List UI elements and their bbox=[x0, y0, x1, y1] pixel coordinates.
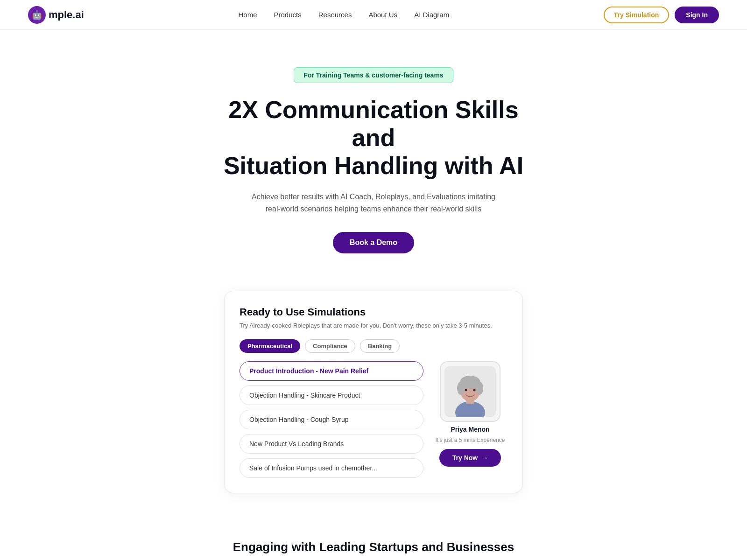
logo-text: mple.ai bbox=[49, 9, 84, 21]
sim-experience-text: It's just a 5 mins Experience bbox=[435, 437, 505, 443]
hero-section: For Training Teams & customer-facing tea… bbox=[0, 30, 747, 272]
book-demo-button[interactable]: Book a Demo bbox=[333, 232, 414, 253]
try-simulation-button[interactable]: Try Simulation bbox=[604, 7, 669, 23]
nav-products[interactable]: Products bbox=[274, 11, 302, 19]
nav-about[interactable]: About Us bbox=[368, 11, 397, 19]
hero-title: 2X Communication Skills and Situation Ha… bbox=[210, 96, 537, 180]
hero-badge: For Training Teams & customer-facing tea… bbox=[294, 67, 453, 83]
sim-content: Product Introduction - New Pain Relief O… bbox=[240, 361, 507, 478]
simulation-section: Ready to Use Simulations Try Already-coo… bbox=[0, 272, 747, 522]
sim-card-title: Ready to Use Simulations bbox=[240, 306, 507, 318]
nav-home[interactable]: Home bbox=[239, 11, 257, 19]
hero-subtitle: Achieve better results with AI Coach, Ro… bbox=[247, 191, 500, 215]
sim-item-4[interactable]: Sale of Infusion Pumps used in chemother… bbox=[240, 458, 423, 478]
nav-actions: Try Simulation Sign In bbox=[604, 7, 719, 23]
svg-point-8 bbox=[473, 389, 476, 392]
tab-pharmaceutical[interactable]: Pharmaceutical bbox=[240, 339, 300, 353]
sim-item-3[interactable]: New Product Vs Leading Brands bbox=[240, 434, 423, 454]
avatar-svg bbox=[444, 366, 496, 417]
svg-point-5 bbox=[457, 382, 465, 395]
svg-point-6 bbox=[476, 382, 483, 395]
sim-profile-name: Priya Menon bbox=[451, 426, 489, 433]
arrow-icon: → bbox=[481, 454, 488, 462]
engaging-section: Engaging with Leading Startups and Busin… bbox=[0, 521, 747, 560]
sim-item-2[interactable]: Objection Handling - Cough Syrup bbox=[240, 410, 423, 429]
sign-in-button[interactable]: Sign In bbox=[675, 7, 719, 23]
sim-list: Product Introduction - New Pain Relief O… bbox=[240, 361, 423, 478]
sim-item-1[interactable]: Objection Handling - Skincare Product bbox=[240, 385, 423, 405]
tab-banking[interactable]: Banking bbox=[360, 339, 400, 353]
nav-resources[interactable]: Resources bbox=[318, 11, 352, 19]
tab-compliance[interactable]: Compliance bbox=[305, 339, 355, 353]
svg-point-7 bbox=[465, 389, 467, 392]
simulation-card: Ready to Use Simulations Try Already-coo… bbox=[224, 291, 523, 494]
sim-profile: Priya Menon It's just a 5 mins Experienc… bbox=[433, 361, 507, 467]
try-now-button[interactable]: Try Now → bbox=[439, 449, 501, 467]
logo-icon: 🤖 bbox=[28, 6, 46, 24]
navbar: 🤖 mple.ai Home Products Resources About … bbox=[0, 0, 747, 30]
sim-avatar bbox=[440, 361, 500, 422]
sim-card-subtitle: Try Already-cooked Roleplays that are ma… bbox=[240, 321, 507, 330]
sim-item-0[interactable]: Product Introduction - New Pain Relief bbox=[240, 361, 423, 381]
nav-ai-diagram[interactable]: AI Diagram bbox=[414, 11, 449, 19]
sim-tabs: Pharmaceutical Compliance Banking bbox=[240, 339, 507, 353]
engaging-title: Engaging with Leading Startups and Busin… bbox=[9, 540, 738, 554]
nav-links: Home Products Resources About Us AI Diag… bbox=[239, 11, 450, 19]
logo[interactable]: 🤖 mple.ai bbox=[28, 6, 84, 24]
try-now-label: Try Now bbox=[452, 454, 478, 462]
